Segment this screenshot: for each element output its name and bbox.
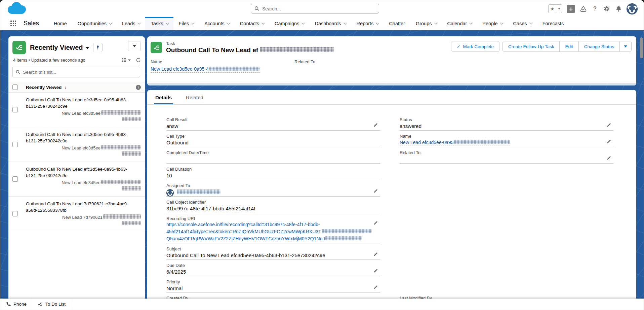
list-view-title[interactable]: Recently Viewed [30, 44, 83, 51]
global-search-input[interactable] [262, 6, 375, 11]
salesforce-logo-icon[interactable] [6, 1, 27, 16]
chevron-down-icon[interactable] [376, 21, 379, 25]
row-checkbox[interactable] [12, 176, 18, 182]
utility-phone[interactable]: Phone [0, 299, 32, 310]
edit-pencil-icon[interactable] [373, 220, 378, 226]
list-column-header[interactable]: Recently Viewed ↓ i [8, 82, 145, 93]
assignee-avatar[interactable] [166, 189, 174, 197]
sort-descending-icon[interactable]: ↓ [64, 85, 67, 90]
nav-tab-groups[interactable]: Groups [410, 17, 442, 30]
edit-pencil-icon[interactable] [606, 156, 611, 161]
nav-tab-chatter[interactable]: Chatter [384, 17, 410, 30]
change-status-button[interactable]: Change Status [578, 41, 619, 51]
favorites-caret-icon[interactable]: ▼ [556, 5, 562, 13]
favorites-button[interactable]: ★ ▼ [548, 4, 562, 13]
list-search-input[interactable] [23, 70, 137, 75]
chevron-down-icon[interactable] [137, 21, 141, 25]
chevron-down-icon[interactable] [500, 21, 503, 25]
app-navigation-bar: Sales Home Opportunities Leads Tasks Fil… [0, 17, 644, 30]
highlight-name-link[interactable]: New Lead efc3d5ee-0a95-4 [151, 66, 260, 73]
list-item[interactable]: Outbound Call To New Lead efc3d5ee-0a95-… [8, 162, 145, 197]
vertical-scrollbar[interactable] [640, 37, 643, 58]
redacted-text [103, 214, 141, 219]
nav-tab-files[interactable]: Files [173, 17, 199, 30]
nav-tab-dashboards[interactable]: Dashboards [309, 17, 351, 30]
user-avatar[interactable] [627, 3, 638, 14]
utility-to-do-list[interactable]: To Do List [32, 299, 71, 310]
edit-pencil-icon[interactable] [373, 268, 378, 273]
global-actions-button[interactable]: + [567, 5, 575, 13]
edit-pencil-icon[interactable] [606, 123, 611, 128]
app-name[interactable]: Sales [24, 20, 39, 27]
global-search[interactable] [251, 4, 379, 13]
nav-tab-cases[interactable]: Cases [508, 17, 537, 30]
row-checkbox[interactable] [12, 142, 18, 147]
tab-related[interactable]: Related [186, 95, 203, 104]
create-follow-up-task-button[interactable]: Create Follow-Up Task [503, 41, 559, 51]
list-view-caret-icon[interactable] [86, 44, 89, 50]
list-search[interactable] [12, 67, 140, 77]
display-as-button[interactable] [121, 58, 131, 63]
redacted-text [122, 221, 141, 225]
chevron-down-icon[interactable] [344, 21, 347, 25]
setup-gear-icon[interactable] [603, 5, 610, 13]
chevron-down-icon[interactable] [109, 21, 112, 25]
edit-pencil-icon[interactable] [373, 123, 378, 128]
edit-pencil-icon[interactable] [606, 139, 611, 144]
chevron-down-icon[interactable] [301, 21, 305, 25]
edit-pencil-icon[interactable] [373, 252, 378, 257]
name-link[interactable]: New Lead efc3d5ee-0a95 [400, 140, 510, 145]
info-icon[interactable]: i [136, 85, 141, 90]
row-checkbox[interactable] [12, 211, 18, 216]
nav-tab-forecasts[interactable]: Forecasts [537, 17, 569, 30]
list-item[interactable]: Outbound Call To New Lead efc3d5ee-0a95-… [8, 93, 145, 127]
list-item[interactable]: Outbound Call To New Lead 7d790621-c3ba-… [8, 197, 145, 231]
chevron-down-icon[interactable] [529, 21, 533, 25]
star-icon[interactable]: ★ [549, 5, 556, 13]
field-recording-url: Recording URL https://console.acefone.in… [166, 213, 380, 243]
plus-icon: + [569, 6, 573, 12]
help-icon[interactable]: ? [591, 5, 599, 13]
list-item[interactable]: Outbound Call To New Lead efc3d5ee-0a95-… [8, 127, 145, 162]
redacted-text [122, 151, 141, 156]
nav-tab-accounts[interactable]: Accounts [199, 17, 235, 30]
refresh-button[interactable] [136, 58, 141, 63]
recording-url-link[interactable]: https://console.acefone.in/file/recordin… [166, 221, 380, 228]
search-icon [16, 70, 20, 74]
row-checkbox[interactable] [12, 107, 18, 112]
edit-pencil-icon[interactable] [373, 285, 378, 290]
edit-button[interactable]: Edit [559, 41, 578, 51]
chevron-down-icon[interactable] [191, 21, 195, 25]
detail-left-column: Call Result answ Call Type Outbound Comp… [166, 114, 380, 293]
nav-tab-opportunities[interactable]: Opportunities [72, 17, 117, 30]
list-view-controls-button[interactable] [128, 41, 141, 51]
notifications-bell-icon[interactable] [615, 5, 622, 13]
nav-tab-leads[interactable]: Leads [117, 17, 146, 30]
nav-tab-reports[interactable]: Reports [351, 17, 384, 30]
recording-url-link[interactable]: 455f214af14f&type=rec&token=RnZIQnVkMUhG… [166, 228, 380, 235]
pin-list-button[interactable] [93, 43, 103, 52]
trailhead-help-icon[interactable] [579, 5, 587, 13]
chevron-down-icon[interactable] [261, 21, 265, 25]
chevron-down-icon[interactable] [434, 21, 437, 25]
display-as-icon [121, 58, 126, 63]
app-launcher-waffle-icon[interactable] [10, 21, 16, 26]
nav-tab-calendar[interactable]: Calendar [442, 17, 477, 30]
pin-icon [95, 45, 100, 50]
nav-tab-campaigns[interactable]: Campaigns [269, 17, 309, 30]
mark-complete-button[interactable]: ✓Mark Complete [451, 41, 499, 52]
tab-details[interactable]: Details [155, 95, 172, 104]
nav-tab-people[interactable]: People [477, 17, 508, 30]
highlight-related-to-label: Related To [294, 59, 632, 64]
recording-url-link[interactable]: Q5am4zOFRqRWVWaFV2Z2ZjZHdyWHV1OWFCczo6YW… [166, 235, 380, 242]
todo-list-icon [38, 302, 43, 307]
chevron-down-icon[interactable] [166, 21, 169, 25]
select-all-checkbox[interactable] [12, 84, 18, 90]
chevron-down-icon[interactable] [469, 21, 473, 25]
nav-tab-home[interactable]: Home [48, 17, 72, 30]
nav-tab-contacts[interactable]: Contacts [235, 17, 269, 30]
edit-pencil-icon[interactable] [373, 188, 378, 194]
more-actions-caret-button[interactable] [619, 41, 631, 51]
chevron-down-icon[interactable] [227, 21, 230, 25]
nav-tab-tasks[interactable]: Tasks [145, 17, 173, 30]
